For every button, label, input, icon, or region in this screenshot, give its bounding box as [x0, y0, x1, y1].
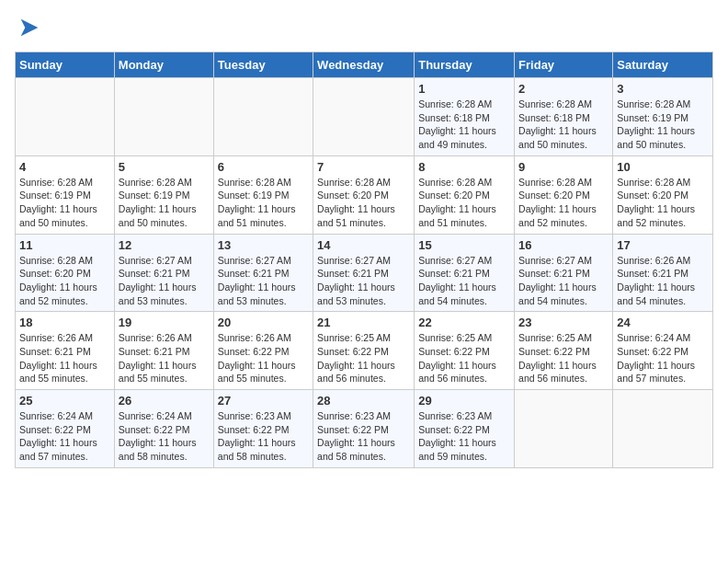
day-number: 11 [19, 238, 110, 252]
calendar-week-1: 1Sunrise: 6:28 AM Sunset: 6:18 PM Daylig… [16, 78, 713, 156]
day-number: 16 [518, 238, 609, 252]
calendar-cell [16, 78, 115, 156]
day-number: 5 [119, 160, 210, 174]
day-number: 22 [418, 316, 510, 329]
calendar-cell: 18Sunrise: 6:26 AM Sunset: 6:21 PM Dayli… [16, 312, 115, 390]
calendar-cell: 19Sunrise: 6:26 AM Sunset: 6:21 PM Dayli… [114, 312, 213, 390]
logo [15, 15, 42, 40]
calendar-cell: 24Sunrise: 6:24 AM Sunset: 6:22 PM Dayli… [613, 312, 713, 390]
weekday-header-row: SundayMondayTuesdayWednesdayThursdayFrid… [16, 52, 713, 78]
day-number: 13 [218, 238, 309, 252]
day-info: Sunrise: 6:24 AM Sunset: 6:22 PM Dayligh… [19, 409, 110, 464]
calendar-cell [515, 390, 613, 468]
day-info: Sunrise: 6:24 AM Sunset: 6:22 PM Dayligh… [119, 409, 210, 464]
calendar-cell: 11Sunrise: 6:28 AM Sunset: 6:20 PM Dayli… [16, 234, 115, 312]
day-info: Sunrise: 6:28 AM Sunset: 6:20 PM Dayligh… [317, 176, 410, 230]
day-number: 29 [418, 394, 510, 408]
day-number: 15 [418, 238, 510, 252]
calendar-cell: 8Sunrise: 6:28 AM Sunset: 6:20 PM Daylig… [415, 155, 515, 234]
calendar-cell: 9Sunrise: 6:28 AM Sunset: 6:20 PM Daylig… [515, 155, 613, 234]
calendar-cell [114, 78, 213, 156]
day-number: 8 [418, 160, 510, 174]
calendar-cell [213, 78, 313, 156]
weekday-header-friday: Friday [515, 52, 613, 78]
day-number: 4 [19, 160, 110, 174]
weekday-header-tuesday: Tuesday [213, 52, 313, 78]
calendar-cell: 15Sunrise: 6:27 AM Sunset: 6:21 PM Dayli… [415, 234, 515, 312]
day-info: Sunrise: 6:27 AM Sunset: 6:21 PM Dayligh… [418, 254, 510, 308]
day-number: 10 [617, 160, 709, 174]
day-info: Sunrise: 6:23 AM Sunset: 6:22 PM Dayligh… [218, 409, 309, 464]
day-number: 14 [317, 238, 410, 252]
calendar-week-3: 11Sunrise: 6:28 AM Sunset: 6:20 PM Dayli… [16, 234, 713, 312]
weekday-header-monday: Monday [114, 52, 213, 78]
day-info: Sunrise: 6:25 AM Sunset: 6:22 PM Dayligh… [518, 331, 609, 385]
day-info: Sunrise: 6:26 AM Sunset: 6:21 PM Dayligh… [19, 331, 110, 385]
day-info: Sunrise: 6:28 AM Sunset: 6:18 PM Dayligh… [518, 98, 609, 152]
day-info: Sunrise: 6:28 AM Sunset: 6:19 PM Dayligh… [617, 98, 709, 152]
day-info: Sunrise: 6:28 AM Sunset: 6:18 PM Dayligh… [418, 98, 510, 152]
calendar-cell: 12Sunrise: 6:27 AM Sunset: 6:21 PM Dayli… [114, 234, 213, 312]
weekday-header-sunday: Sunday [16, 52, 115, 78]
day-number: 23 [518, 316, 609, 329]
calendar-cell: 21Sunrise: 6:25 AM Sunset: 6:22 PM Dayli… [313, 312, 415, 390]
day-info: Sunrise: 6:28 AM Sunset: 6:20 PM Dayligh… [518, 176, 609, 230]
day-number: 20 [218, 316, 309, 329]
day-info: Sunrise: 6:27 AM Sunset: 6:21 PM Dayligh… [119, 254, 210, 308]
svg-marker-0 [21, 19, 39, 37]
calendar-cell: 20Sunrise: 6:26 AM Sunset: 6:22 PM Dayli… [213, 312, 313, 390]
day-info: Sunrise: 6:28 AM Sunset: 6:19 PM Dayligh… [19, 176, 110, 230]
day-number: 27 [218, 394, 309, 408]
calendar-cell: 4Sunrise: 6:28 AM Sunset: 6:19 PM Daylig… [16, 155, 115, 234]
calendar-week-4: 18Sunrise: 6:26 AM Sunset: 6:21 PM Dayli… [16, 312, 713, 390]
day-info: Sunrise: 6:26 AM Sunset: 6:21 PM Dayligh… [617, 254, 709, 308]
calendar-cell: 26Sunrise: 6:24 AM Sunset: 6:22 PM Dayli… [114, 390, 213, 468]
day-number: 7 [317, 160, 410, 174]
day-info: Sunrise: 6:25 AM Sunset: 6:22 PM Dayligh… [418, 331, 510, 385]
day-info: Sunrise: 6:28 AM Sunset: 6:20 PM Dayligh… [617, 176, 709, 230]
weekday-header-thursday: Thursday [415, 52, 515, 78]
day-number: 18 [19, 316, 110, 329]
day-info: Sunrise: 6:24 AM Sunset: 6:22 PM Dayligh… [617, 331, 709, 385]
calendar-cell: 14Sunrise: 6:27 AM Sunset: 6:21 PM Dayli… [313, 234, 415, 312]
calendar-cell: 22Sunrise: 6:25 AM Sunset: 6:22 PM Dayli… [415, 312, 515, 390]
calendar-cell [313, 78, 415, 156]
weekday-header-wednesday: Wednesday [313, 52, 415, 78]
day-info: Sunrise: 6:28 AM Sunset: 6:20 PM Dayligh… [19, 254, 110, 308]
day-number: 12 [119, 238, 210, 252]
day-number: 21 [317, 316, 410, 329]
calendar-cell: 7Sunrise: 6:28 AM Sunset: 6:20 PM Daylig… [313, 155, 415, 234]
day-number: 2 [518, 82, 609, 96]
calendar-cell: 27Sunrise: 6:23 AM Sunset: 6:22 PM Dayli… [213, 390, 313, 468]
day-number: 26 [119, 394, 210, 408]
calendar-cell: 16Sunrise: 6:27 AM Sunset: 6:21 PM Dayli… [515, 234, 613, 312]
calendar-cell: 23Sunrise: 6:25 AM Sunset: 6:22 PM Dayli… [515, 312, 613, 390]
calendar-table: SundayMondayTuesdayWednesdayThursdayFrid… [15, 52, 713, 468]
calendar-week-2: 4Sunrise: 6:28 AM Sunset: 6:19 PM Daylig… [16, 155, 713, 234]
day-info: Sunrise: 6:23 AM Sunset: 6:22 PM Dayligh… [317, 409, 410, 464]
calendar-cell: 29Sunrise: 6:23 AM Sunset: 6:22 PM Dayli… [415, 390, 515, 468]
calendar-cell: 1Sunrise: 6:28 AM Sunset: 6:18 PM Daylig… [415, 78, 515, 156]
day-number: 6 [218, 160, 309, 174]
day-number: 17 [617, 238, 709, 252]
calendar-cell: 28Sunrise: 6:23 AM Sunset: 6:22 PM Dayli… [313, 390, 415, 468]
day-info: Sunrise: 6:28 AM Sunset: 6:20 PM Dayligh… [418, 176, 510, 230]
calendar-cell: 3Sunrise: 6:28 AM Sunset: 6:19 PM Daylig… [613, 78, 713, 156]
logo-arrow-icon [17, 15, 42, 40]
header [15, 15, 713, 40]
calendar-cell: 17Sunrise: 6:26 AM Sunset: 6:21 PM Dayli… [613, 234, 713, 312]
day-number: 24 [617, 316, 709, 329]
day-info: Sunrise: 6:28 AM Sunset: 6:19 PM Dayligh… [119, 176, 210, 230]
calendar-cell: 25Sunrise: 6:24 AM Sunset: 6:22 PM Dayli… [16, 390, 115, 468]
day-info: Sunrise: 6:26 AM Sunset: 6:21 PM Dayligh… [119, 331, 210, 385]
day-number: 3 [617, 82, 709, 96]
calendar-cell: 5Sunrise: 6:28 AM Sunset: 6:19 PM Daylig… [114, 155, 213, 234]
page: SundayMondayTuesdayWednesdayThursdayFrid… [0, 0, 728, 483]
day-number: 28 [317, 394, 410, 408]
calendar-cell: 13Sunrise: 6:27 AM Sunset: 6:21 PM Dayli… [213, 234, 313, 312]
day-info: Sunrise: 6:25 AM Sunset: 6:22 PM Dayligh… [317, 331, 410, 385]
weekday-header-saturday: Saturday [613, 52, 713, 78]
day-number: 1 [418, 82, 510, 96]
day-info: Sunrise: 6:26 AM Sunset: 6:22 PM Dayligh… [218, 331, 309, 385]
day-info: Sunrise: 6:27 AM Sunset: 6:21 PM Dayligh… [317, 254, 410, 308]
